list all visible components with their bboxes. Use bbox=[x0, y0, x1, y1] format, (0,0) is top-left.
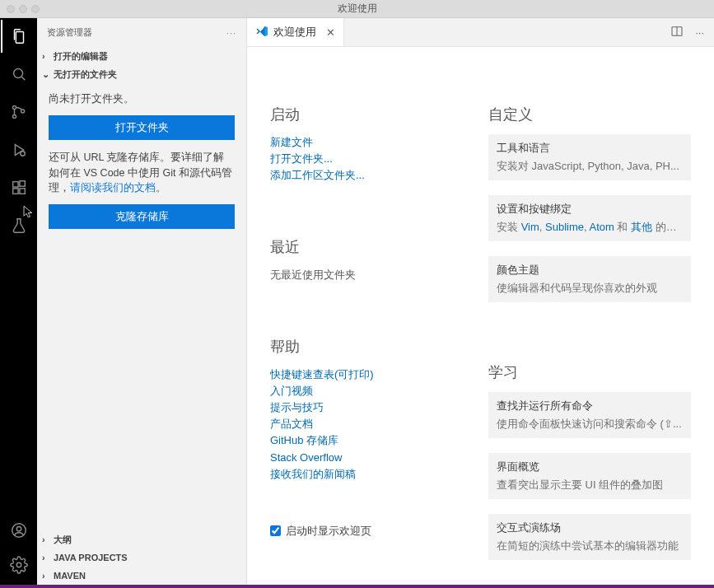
source-control-icon[interactable] bbox=[9, 102, 29, 122]
read-docs-link[interactable]: 请阅读我们的文档 bbox=[70, 182, 156, 194]
section-label: JAVA PROJECTS bbox=[54, 553, 128, 562]
link-add-workspace[interactable]: 添加工作区文件夹... bbox=[270, 167, 464, 184]
chevron-down-icon: ⌄ bbox=[42, 69, 54, 80]
zoom-window-icon[interactable] bbox=[31, 5, 40, 13]
section-label: 无打开的文件夹 bbox=[54, 68, 117, 81]
show-on-startup-row[interactable]: 启动时显示欢迎页 bbox=[270, 524, 464, 539]
run-debug-icon[interactable] bbox=[9, 140, 29, 160]
card-color-theme[interactable]: 颜色主题 使编辑器和代码呈现你喜欢的外观 bbox=[488, 256, 691, 302]
section-maven[interactable]: › MAVEN bbox=[37, 567, 246, 585]
card-title: 工具和语言 bbox=[497, 141, 683, 156]
recent-none: 无最近使用文件夹 bbox=[270, 267, 464, 283]
close-tab-icon[interactable]: ✕ bbox=[326, 26, 335, 39]
link-stackoverflow[interactable]: Stack Overflow bbox=[270, 450, 464, 466]
testing-icon[interactable] bbox=[9, 216, 29, 236]
link-atom[interactable]: Atom bbox=[590, 221, 614, 233]
show-on-startup-checkbox[interactable] bbox=[270, 525, 281, 536]
card-keybindings[interactable]: 设置和按键绑定 安装 Vim, Sublime, Atom 和 其他 的设... bbox=[488, 195, 691, 241]
section-label: MAVEN bbox=[54, 571, 86, 581]
clone-desc-end: 。 bbox=[156, 182, 166, 194]
svg-point-11 bbox=[16, 562, 21, 567]
welcome-page: 启动 新建文件 打开文件夹... 添加工作区文件夹... 最近 无最近使用文件夹… bbox=[247, 47, 714, 585]
chevron-right-icon: › bbox=[42, 571, 54, 581]
card-tools-lang[interactable]: 工具和语言 安装对 JavaScript, Python, Java, PH..… bbox=[488, 134, 691, 180]
card-sub: 在简短的演练中尝试基本的编辑器功能 bbox=[497, 539, 683, 553]
open-folder-button[interactable]: 打开文件夹 bbox=[49, 115, 235, 140]
section-open-editors[interactable]: › 打开的编辑器 bbox=[37, 47, 246, 65]
link-new-file[interactable]: 新建文件 bbox=[270, 134, 464, 151]
svg-rect-5 bbox=[12, 182, 17, 187]
text: 安装 bbox=[497, 221, 521, 233]
close-window-icon[interactable] bbox=[7, 5, 15, 13]
chevron-right-icon: › bbox=[42, 534, 54, 544]
card-overview[interactable]: 界面概览 查看突出显示主要 UI 组件的叠加图 bbox=[488, 453, 691, 499]
section-outline[interactable]: › 大纲 bbox=[37, 530, 246, 548]
editor-more-icon[interactable]: ··· bbox=[695, 26, 704, 39]
split-editor-icon[interactable] bbox=[670, 25, 684, 40]
vscode-logo-icon bbox=[255, 25, 268, 40]
no-folder-msg: 尚未打开文件夹。 bbox=[49, 91, 235, 107]
sidebar: 资源管理器 ··· › 打开的编辑器 ⌄ 无打开的文件夹 尚未打开文件夹。 打开… bbox=[37, 18, 247, 585]
link-cheatsheet[interactable]: 快捷键速查表(可打印) bbox=[270, 366, 464, 383]
minimize-window-icon[interactable] bbox=[19, 5, 27, 13]
learn-title: 学习 bbox=[488, 362, 691, 382]
link-intro-videos[interactable]: 入门视频 bbox=[270, 383, 464, 399]
editor-area: 欢迎使用 ✕ ··· 启动 新建文件 打开文件夹... 添加工作区文件夹... … bbox=[247, 18, 714, 585]
svg-point-1 bbox=[12, 105, 16, 109]
section-label: 打开的编辑器 bbox=[54, 50, 108, 63]
link-github[interactable]: GitHub 存储库 bbox=[270, 432, 464, 449]
text: 的设... bbox=[652, 221, 683, 233]
status-bar bbox=[0, 585, 714, 588]
card-sub: 安装对 JavaScript, Python, Java, PH... bbox=[497, 159, 683, 174]
svg-point-4 bbox=[20, 152, 25, 156]
section-no-folder[interactable]: ⌄ 无打开的文件夹 bbox=[37, 65, 246, 83]
svg-rect-8 bbox=[19, 181, 24, 186]
svg-rect-6 bbox=[12, 189, 17, 194]
no-folder-body: 尚未打开文件夹。 打开文件夹 还可从 URL 克隆存储库。要详细了解如何在 VS… bbox=[37, 83, 246, 250]
link-open-folder[interactable]: 打开文件夹... bbox=[270, 151, 464, 167]
sidebar-header: 资源管理器 ··· bbox=[37, 18, 246, 47]
card-playground[interactable]: 交互式演练场 在简短的演练中尝试基本的编辑器功能 bbox=[488, 514, 691, 560]
link-docs[interactable]: 产品文档 bbox=[270, 416, 464, 432]
explorer-icon[interactable] bbox=[9, 26, 29, 46]
section-java-projects[interactable]: › JAVA PROJECTS bbox=[37, 548, 246, 567]
title-bar: 欢迎使用 bbox=[0, 0, 714, 18]
sidebar-title: 资源管理器 bbox=[47, 26, 92, 39]
tab-label: 欢迎使用 bbox=[273, 25, 316, 40]
window-title: 欢迎使用 bbox=[0, 2, 714, 16]
svg-point-0 bbox=[13, 69, 22, 78]
svg-rect-7 bbox=[19, 189, 24, 194]
card-title: 颜色主题 bbox=[497, 263, 683, 278]
svg-point-10 bbox=[16, 526, 21, 531]
customize-title: 自定义 bbox=[488, 105, 691, 124]
link-other[interactable]: 其他 bbox=[631, 221, 652, 233]
card-title: 查找并运行所有命令 bbox=[497, 399, 683, 413]
card-sub: 查看突出显示主要 UI 组件的叠加图 bbox=[497, 478, 683, 492]
sidebar-more-icon[interactable]: ··· bbox=[226, 28, 236, 38]
section-label: 大纲 bbox=[54, 534, 72, 546]
svg-point-3 bbox=[21, 110, 24, 113]
link-vim[interactable]: Vim bbox=[521, 221, 539, 233]
card-sub: 安装 Vim, Sublime, Atom 和 其他 的设... bbox=[497, 220, 683, 235]
card-sub: 使编辑器和代码呈现你喜欢的外观 bbox=[497, 281, 683, 296]
tab-welcome[interactable]: 欢迎使用 ✕ bbox=[247, 18, 344, 46]
card-commands[interactable]: 查找并运行所有命令 使用命令面板快速访问和搜索命令 (⇧... bbox=[488, 392, 691, 438]
recent-title: 最近 bbox=[270, 237, 464, 257]
help-title: 帮助 bbox=[270, 337, 464, 357]
card-title: 设置和按键绑定 bbox=[497, 202, 683, 217]
link-newsletter[interactable]: 接收我们的新闻稿 bbox=[270, 466, 464, 483]
start-title: 启动 bbox=[270, 105, 464, 124]
clone-repo-button[interactable]: 克隆存储库 bbox=[49, 204, 235, 229]
accounts-icon[interactable] bbox=[9, 520, 29, 540]
settings-gear-icon[interactable] bbox=[9, 555, 29, 575]
card-title: 交互式演练场 bbox=[497, 520, 683, 535]
search-icon[interactable] bbox=[9, 64, 29, 84]
activity-bar bbox=[0, 18, 37, 585]
svg-point-2 bbox=[12, 114, 16, 118]
extensions-icon[interactable] bbox=[9, 178, 29, 198]
card-title: 界面概览 bbox=[497, 460, 683, 474]
chevron-right-icon: › bbox=[42, 51, 54, 61]
link-sublime[interactable]: Sublime bbox=[545, 221, 584, 233]
clone-desc: 还可从 URL 克隆存储库。要详细了解如何在 VS Code 中使用 Git 和… bbox=[49, 150, 235, 196]
link-tips[interactable]: 提示与技巧 bbox=[270, 399, 464, 416]
